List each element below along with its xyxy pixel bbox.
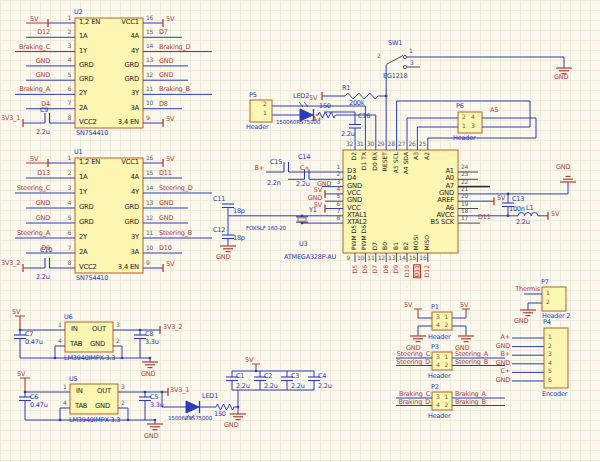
u1-pin_nums_left-3-label: 4 (67, 200, 71, 206)
u2-pin_nums_left-3-label: 4 (67, 57, 71, 63)
caps-c14-value-label: 2.2u (296, 181, 310, 188)
caps-c3-ref-label: C3 (291, 373, 299, 380)
u2-pin_names_left-1-label: 1A (79, 33, 88, 40)
u2-pin_nums_left-7-label: 8 (67, 115, 71, 121)
u2-pin_names_left-6-label: 2A (79, 105, 88, 112)
nets-d11-label: D11 (478, 214, 491, 221)
u2-pin_names_left-5-label: 2Y (79, 90, 87, 97)
u1-nets_right-7-label: 5V (166, 261, 174, 268)
p3-nums-3-label: 2 (445, 362, 449, 368)
p1-ref-label: P1 (431, 304, 439, 311)
u5-pin_nums-1-label: 3 (121, 384, 125, 390)
wiring-layer (0, 0, 600, 462)
p1-body[interactable] (432, 312, 452, 330)
nets-v5-label: 5V (309, 95, 317, 102)
junction-dot (237, 406, 240, 409)
u2-nets_left-7-label: 3V3_1 (1, 115, 20, 122)
y1-part-label: FOXSLF 160-20 (246, 226, 286, 232)
nets-a5-label: A5 (490, 107, 498, 114)
u3-top_names-5-label: A4 SDA (403, 152, 409, 174)
u3-bottom_nets-6-label: D11 (414, 265, 420, 277)
p4-nums-2-label: 3 (548, 351, 552, 357)
u3-right_nums-3-label: 21 (461, 186, 468, 192)
u3-top_nums-3-label: 29 (377, 141, 384, 147)
nets-v5-label: 5V (551, 211, 559, 218)
u3-top_nums-4-label: 28 (388, 141, 395, 147)
p2-ref-label: P2 (431, 384, 439, 391)
junction-dot (59, 419, 62, 422)
u1-pin_nums_right-7-label: 9 (146, 260, 150, 266)
u1-nets_left-7-label: 3V3_2 (1, 260, 20, 267)
u1-nets_right-0-label: 5V (166, 156, 174, 163)
switch-symbol[interactable] (403, 65, 406, 68)
p7-nums-1-label: 2 (546, 299, 550, 305)
p1-nums-2-label: 4 (436, 322, 440, 328)
u2-nets_right-3-label: GND (159, 58, 173, 65)
nets-v5-label: 5V (404, 302, 412, 309)
l1-ref-label: L1 (526, 205, 533, 212)
junction-dot (121, 357, 124, 360)
caps-c4-value-label: 2.2u (318, 383, 332, 390)
p3-nets_right-1-label: Steering_B (455, 359, 488, 366)
p6-part-label: Header (453, 135, 475, 142)
p1-nums-3-label: 2 (445, 322, 449, 328)
u3-bottom_names-1-label: PWM D6 (361, 225, 367, 250)
u3-top_names-3-label: RESET (382, 152, 388, 171)
u1-pin_nums_left-5-label: 6 (67, 230, 71, 236)
p5-body[interactable] (250, 100, 272, 122)
p2-nets_right-1-label: Braking_B (455, 399, 486, 406)
junction-dot (255, 370, 258, 373)
u3-bottom_nets-2-label: D7 (372, 265, 378, 273)
junction-dot (507, 215, 510, 218)
u1-pin_names_right-4-label: GRD (124, 219, 139, 226)
u2-pin_nums_left-6-label: 7 (67, 100, 71, 106)
nets-thermis-label: Thermis (515, 286, 540, 293)
u6-pin_names-0-label: IN (71, 326, 78, 333)
u1-pin_names_right-5-label: 3Y (131, 234, 139, 241)
u3-bottom_nums-4-label: 13 (388, 255, 395, 261)
u3-bottom_nums-1-label: 10 (357, 255, 364, 261)
nets-gnd-label: GND (216, 254, 230, 261)
p6-nums-3-label: 3 (471, 123, 475, 129)
u3-right_names-7-label: B5 SCK (431, 219, 454, 226)
p4-nets-0-label: A+ (501, 334, 511, 341)
u3-part-label: ATMEGA328P-AU (284, 254, 336, 261)
p2-body[interactable] (432, 392, 452, 410)
u3-right_nums-4-label: 20 (461, 193, 468, 199)
junction-dot (149, 357, 152, 360)
u3-bottom_names-5-label: B2 (403, 242, 409, 250)
u1-pin_names_left-1-label: 1A (79, 174, 88, 181)
p5-part-label: Header (246, 124, 268, 131)
u1-pin_nums_right-4-label: 12 (146, 215, 153, 221)
u5-pin_names-0-label: IN (76, 388, 83, 395)
p3-body[interactable] (432, 352, 452, 370)
p4-nets-2-label: B+ (500, 351, 510, 358)
u2-pin_nums_right-3-label: 13 (146, 57, 153, 63)
u3-right_nums-5-label: 19 (461, 201, 468, 207)
r1-ref-label: R1 (342, 85, 350, 92)
nets-gnd-label: GND (144, 433, 158, 440)
u6-pin_nums-0-label: 1 (58, 322, 62, 328)
crystal-symbol[interactable] (298, 218, 306, 221)
u3-top_names-6-label: A3 (413, 152, 419, 160)
u3-left_nums-0-label: 1 (336, 164, 340, 170)
u3-top_names-0-label: D2 (351, 152, 357, 160)
nets-gnd-label: GND (224, 422, 238, 429)
caps-c16-value-label: 2.2u (341, 131, 355, 138)
caps-c2-ref-label: C2 (264, 373, 272, 380)
u3-bottom_names-6-label: MOSI (413, 235, 419, 250)
u5-pin_names-1-label: OUT (97, 388, 111, 395)
u1-nets_left-0-label: 5V (30, 156, 38, 163)
junction-dot (54, 357, 57, 360)
u2-nets_left-5-label: Braking_A (19, 86, 50, 93)
caps-c1-value-label: 2.2u (236, 383, 250, 390)
u1-nets_left-1-label: D13 (37, 170, 50, 177)
nets-gnd-label: GND (556, 164, 570, 171)
caps-c5-value-label: 3.3u (150, 402, 164, 409)
u3-bottom_nums-6-label: 15 (409, 255, 416, 261)
p1-nums-1-label: 1 (445, 314, 449, 320)
caps-c14-ref-label: C14 (298, 154, 310, 161)
u3-bottom_nets-5-label: D10 (404, 265, 410, 277)
switch-symbol[interactable] (403, 55, 406, 58)
p1-part-label: Header (428, 334, 450, 341)
